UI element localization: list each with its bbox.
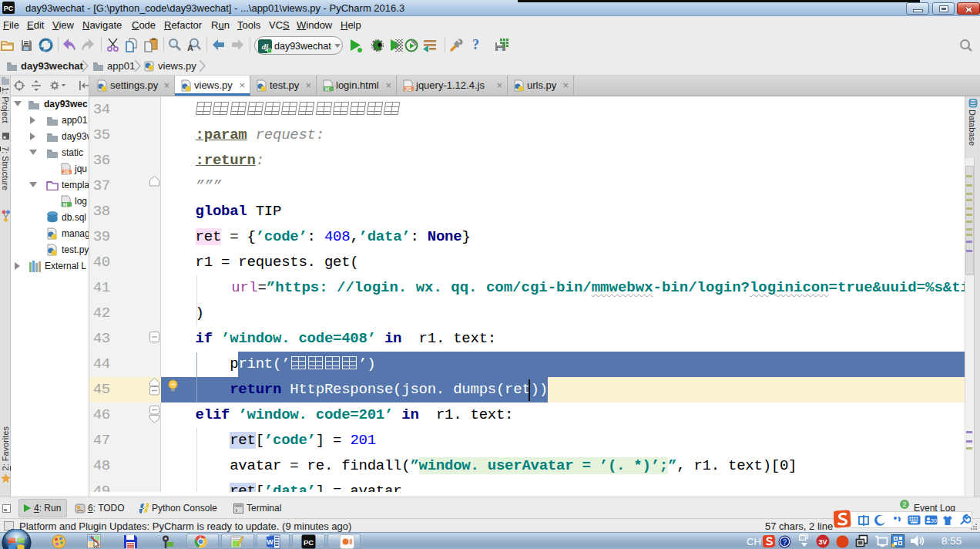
svg-text:H: H — [63, 202, 67, 207]
svg-text:A: A — [187, 43, 193, 52]
svg-text:PC: PC — [4, 5, 14, 12]
svg-text:3V: 3V — [818, 538, 827, 546]
svg-text:H: H — [325, 86, 329, 92]
svg-text:W: W — [267, 538, 274, 546]
svg-text:JS: JS — [405, 86, 412, 92]
svg-text:JS: JS — [63, 170, 70, 175]
svg-text:30: 30 — [931, 518, 937, 524]
svg-text:PC: PC — [304, 538, 314, 547]
svg-text:?: ? — [782, 538, 787, 547]
